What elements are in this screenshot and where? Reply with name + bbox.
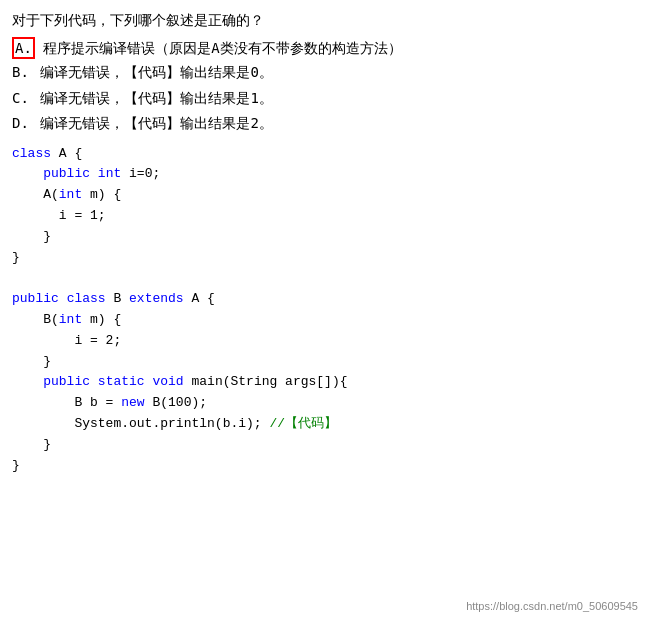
option-c-label: C.	[12, 87, 32, 109]
options-container: A. 程序提示编译错误（原因是A类没有不带参数的构造方法） B. 编译无错误，【…	[12, 37, 636, 136]
code-line-5: }	[12, 227, 636, 248]
option-d-text: 编译无错误，【代码】输出结果是2。	[32, 112, 636, 135]
code-line-13: B b = new B(100);	[12, 393, 636, 414]
code-line-7	[12, 268, 636, 289]
code-line-3: A(int m) {	[12, 185, 636, 206]
option-a-text: 程序提示编译错误（原因是A类没有不带参数的构造方法）	[35, 37, 636, 59]
code-line-14: System.out.println(b.i); //【代码】	[12, 414, 636, 435]
question-text: 对于下列代码，下列哪个叙述是正确的？	[12, 10, 636, 31]
option-b-row: B. 编译无错误，【代码】输出结果是0。	[12, 61, 636, 84]
code-line-1: class A {	[12, 144, 636, 165]
code-line-11: }	[12, 352, 636, 373]
code-line-8: public class B extends A {	[12, 289, 636, 310]
option-d-row: D. 编译无错误，【代码】输出结果是2。	[12, 112, 636, 135]
option-b-text: 编译无错误，【代码】输出结果是0。	[32, 61, 636, 84]
code-line-12: public static void main(String args[]){	[12, 372, 636, 393]
option-c-text: 编译无错误，【代码】输出结果是1。	[32, 87, 636, 110]
option-a-row: A. 程序提示编译错误（原因是A类没有不带参数的构造方法）	[12, 37, 636, 59]
code-line-2: public int i=0;	[12, 164, 636, 185]
option-a-label: A.	[12, 37, 35, 59]
code-line-4: i = 1;	[12, 206, 636, 227]
code-line-16: }	[12, 456, 636, 477]
code-line-9: B(int m) {	[12, 310, 636, 331]
code-line-6: }	[12, 248, 636, 269]
option-c-row: C. 编译无错误，【代码】输出结果是1。	[12, 87, 636, 110]
option-b-label: B.	[12, 61, 32, 83]
code-line-15: }	[12, 435, 636, 456]
option-d-label: D.	[12, 112, 32, 134]
code-block: class A { public int i=0; A(int m) { i =…	[12, 144, 636, 477]
code-line-10: i = 2;	[12, 331, 636, 352]
watermark: https://blog.csdn.net/m0_50609545	[466, 600, 638, 612]
